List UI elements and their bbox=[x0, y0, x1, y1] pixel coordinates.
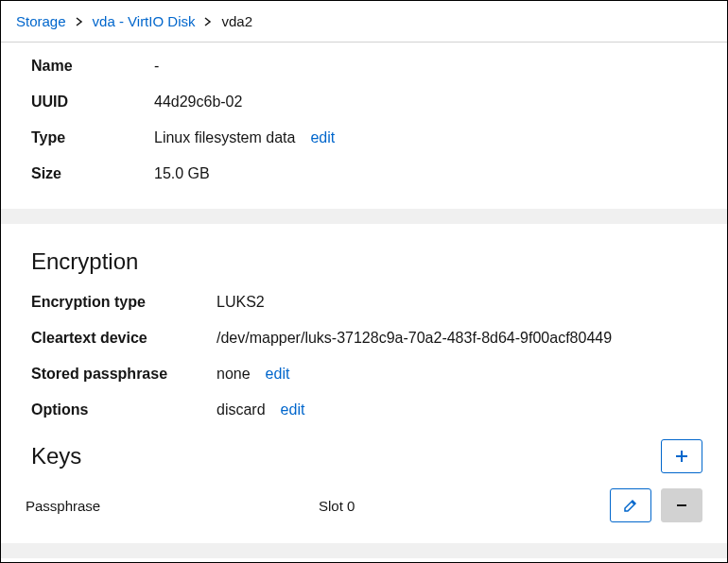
pencil-icon bbox=[623, 498, 638, 513]
uuid-value: 44d29c6b-02 bbox=[154, 94, 242, 111]
encryption-type-label: Encryption type bbox=[31, 294, 217, 311]
type-label: Type bbox=[31, 129, 154, 146]
key-slot: Slot 0 bbox=[319, 498, 610, 514]
encryption-title: Encryption bbox=[1, 248, 727, 284]
name-value: - bbox=[154, 58, 159, 75]
stored-passphrase-label: Stored passphrase bbox=[31, 366, 217, 383]
remove-key-button[interactable] bbox=[661, 488, 702, 522]
breadcrumb-storage[interactable]: Storage bbox=[16, 13, 66, 29]
partition-card: Name - UUID 44d29c6b-02 Type Linux files… bbox=[1, 43, 727, 209]
content-area: Name - UUID 44d29c6b-02 Type Linux files… bbox=[1, 43, 727, 558]
edit-key-button[interactable] bbox=[610, 488, 651, 522]
uuid-label: UUID bbox=[31, 94, 154, 111]
options-value: discard bbox=[217, 401, 266, 418]
chevron-right-icon bbox=[204, 17, 212, 26]
type-value: Linux filesystem data bbox=[154, 129, 295, 146]
plus-icon bbox=[675, 450, 688, 463]
add-key-button[interactable] bbox=[661, 439, 702, 473]
edit-passphrase-button[interactable]: edit bbox=[266, 366, 290, 383]
breadcrumb-current: vda2 bbox=[221, 13, 252, 29]
edit-type-button[interactable]: edit bbox=[310, 129, 335, 146]
encryption-type-value: LUKS2 bbox=[217, 294, 265, 311]
key-row: Passphrase Slot 0 bbox=[1, 473, 727, 530]
stored-passphrase-value: none bbox=[217, 366, 251, 383]
cleartext-value: /dev/mapper/luks-37128c9a-70a2-483f-8d64… bbox=[217, 330, 612, 347]
key-type: Passphrase bbox=[26, 498, 319, 514]
options-label: Options bbox=[31, 401, 217, 418]
name-label: Name bbox=[31, 58, 154, 75]
encryption-card: Encryption Encryption type LUKS2 Clearte… bbox=[1, 224, 727, 543]
edit-options-button[interactable]: edit bbox=[281, 401, 305, 418]
keys-title: Keys bbox=[31, 443, 81, 469]
breadcrumb-device[interactable]: vda - VirtIO Disk bbox=[93, 13, 196, 29]
cleartext-label: Cleartext device bbox=[31, 330, 217, 347]
size-label: Size bbox=[31, 165, 154, 182]
chevron-right-icon bbox=[76, 17, 83, 26]
keys-header: Keys bbox=[1, 428, 727, 473]
size-value: 15.0 GB bbox=[154, 165, 210, 182]
minus-icon bbox=[675, 499, 688, 512]
breadcrumb: Storage vda - VirtIO Disk vda2 bbox=[1, 1, 727, 43]
